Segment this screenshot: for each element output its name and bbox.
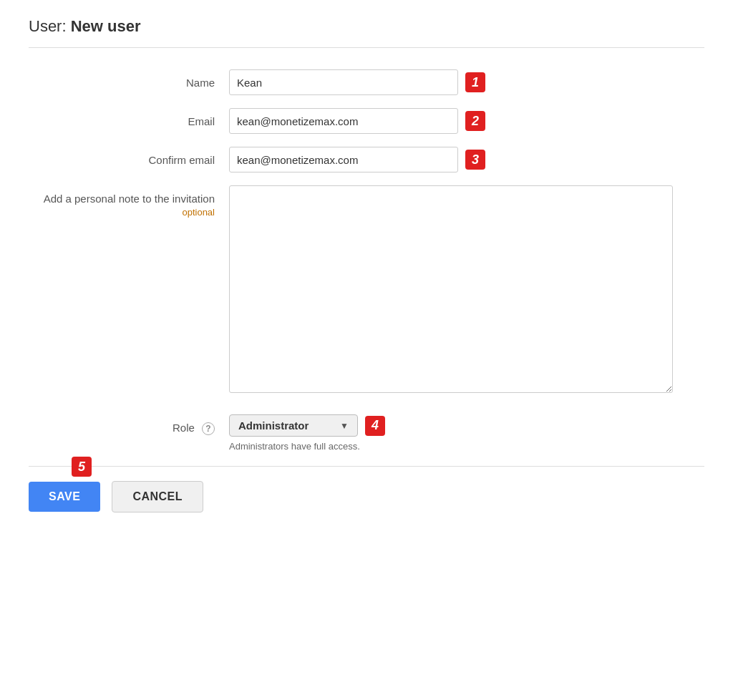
confirm-email-input[interactable]: [229, 147, 458, 172]
role-description: Administrators have full access.: [229, 441, 385, 452]
badge-4: 4: [365, 416, 385, 436]
email-input[interactable]: [229, 108, 458, 134]
note-textarea[interactable]: [229, 185, 673, 393]
page-container: User: New user Name 1 Email 2 Confirm em…: [0, 0, 733, 512]
email-input-wrap: 2: [229, 108, 485, 134]
footer-bar: 5 SAVE CANCEL: [29, 466, 704, 512]
role-help-icon[interactable]: ?: [202, 422, 215, 435]
badge-1: 1: [465, 72, 485, 92]
role-value: Administrator: [238, 419, 309, 432]
note-label: Add a personal note to the invitation op…: [29, 185, 229, 219]
confirm-email-row: Confirm email 3: [29, 147, 673, 172]
note-textarea-wrap: [229, 185, 673, 393]
confirm-email-label: Confirm email: [29, 147, 229, 167]
page-title: User: New user: [29, 17, 704, 36]
optional-label: optional: [29, 206, 215, 219]
role-select-wrap: Administrator ▼ 4: [229, 414, 385, 437]
role-section: Administrator ▼ 4 Administrators have fu…: [229, 414, 385, 452]
dropdown-arrow-icon: ▼: [340, 421, 349, 431]
role-dropdown[interactable]: Administrator ▼: [229, 414, 358, 437]
name-label: Name: [29, 69, 229, 90]
save-button[interactable]: SAVE: [29, 482, 100, 512]
name-input[interactable]: [229, 69, 458, 95]
email-row: Email 2: [29, 108, 673, 134]
page-header: User: New user: [29, 17, 704, 48]
note-row: Add a personal note to the invitation op…: [29, 185, 673, 393]
badge-5: 5: [72, 457, 92, 477]
form-section: Name 1 Email 2 Confirm email 3 A: [29, 69, 673, 452]
cancel-button[interactable]: CANCEL: [112, 481, 203, 512]
role-label: Role ?: [29, 414, 229, 435]
confirm-email-input-wrap: 3: [229, 147, 485, 172]
name-row: Name 1: [29, 69, 673, 95]
badge-3: 3: [465, 150, 485, 170]
email-label: Email: [29, 108, 229, 129]
name-input-wrap: 1: [229, 69, 485, 95]
badge-2: 2: [465, 111, 485, 131]
role-row: Role ? Administrator ▼ 4 Administrators …: [29, 414, 673, 452]
